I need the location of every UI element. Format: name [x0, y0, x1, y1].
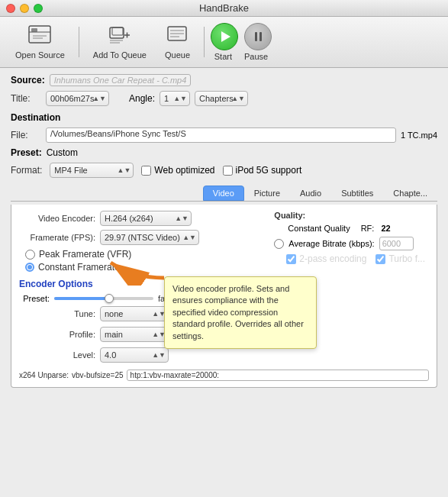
constant-framerate-active-indicator — [25, 263, 34, 272]
title-select-wrap[interactable]: 00h06m27s ▲▼ — [46, 91, 109, 106]
svg-rect-6 — [112, 27, 123, 35]
preset-slider-label: Preset: — [19, 294, 50, 303]
angle-select[interactable]: 1 — [160, 91, 190, 106]
preset-row: Preset: Custom — [11, 147, 437, 158]
quality-label: Quality: — [274, 211, 305, 220]
x264-full-value[interactable]: htp:1:vbv-maxrate=20000: — [127, 370, 429, 381]
video-encoder-row: Video Encoder: H.264 (x264) ▲▼ — [19, 211, 266, 226]
file-end: 1 TC.mp4 — [401, 131, 437, 140]
maximize-button[interactable] — [34, 4, 43, 13]
bitrate-input[interactable] — [379, 237, 414, 250]
close-button[interactable] — [6, 4, 15, 13]
window-title: HandBrake — [199, 2, 249, 14]
start-pause-group: Start Pause — [211, 23, 272, 61]
web-optimized-checkbox[interactable] — [141, 166, 151, 176]
toolbar-separator-1 — [79, 27, 79, 57]
angle-select-wrap[interactable]: 1 ▲▼ — [160, 91, 190, 106]
peak-framerate-radio[interactable] — [25, 250, 35, 260]
add-to-queue-button[interactable]: Add To Queue — [85, 21, 154, 63]
quality-header-row: Quality: — [274, 211, 429, 220]
source-row: Source: Inhumans One Car Repeat - C.mp4 — [11, 74, 437, 86]
start-pause-labels: Start Pause — [214, 52, 268, 61]
queue-icon — [166, 24, 188, 49]
window-controls[interactable] — [6, 4, 43, 13]
start-button[interactable] — [211, 23, 238, 50]
file-path-input[interactable]: /Volumes/Beans/iPhone Sync Test/S — [46, 127, 396, 143]
constant-quality-label: Constant Quality — [288, 224, 350, 233]
tune-select[interactable]: none — [100, 306, 169, 321]
tab-picture[interactable]: Picture — [244, 186, 290, 201]
pause-label: Pause — [244, 52, 268, 61]
ipod-support-label: iPod 5G support — [236, 165, 302, 176]
profile-select-wrap[interactable]: main ▲▼ — [100, 327, 169, 342]
tab-audio[interactable]: Audio — [290, 186, 331, 201]
tab-subtitles[interactable]: Subtitles — [331, 186, 383, 201]
minimize-button[interactable] — [20, 4, 29, 13]
chapters-select-wrap[interactable]: Chapters ▲▼ — [195, 91, 248, 106]
video-encoder-label: Video Encoder: — [19, 214, 95, 223]
main-content: Source: Inhumans One Car Repeat - C.mp4 … — [0, 68, 448, 394]
web-optimized-label: Web optimized — [154, 165, 214, 176]
turbo-checkbox[interactable] — [375, 254, 385, 264]
slider-fill — [54, 297, 109, 300]
open-source-button[interactable]: Open Source — [8, 21, 73, 63]
format-select-wrap[interactable]: MP4 File MKV File ▲▼ — [50, 163, 134, 178]
level-select-wrap[interactable]: 4.0 ▲▼ — [100, 347, 169, 363]
level-select[interactable]: 4.0 — [100, 347, 169, 363]
average-bitrate-row: Average Bitrate (kbps): — [274, 237, 429, 250]
pause-icon — [255, 32, 262, 41]
format-label: Format: — [11, 165, 42, 176]
format-row: Format: MP4 File MKV File ▲▼ Web optimiz… — [11, 163, 437, 178]
ipod-support-checkbox-item[interactable]: iPod 5G support — [223, 165, 302, 176]
two-pass-checkbox-item[interactable]: 2-pass encoding — [286, 253, 366, 264]
tab-video[interactable]: Video — [203, 186, 244, 201]
source-value: Inhumans One Car Repeat - C.mp4 — [50, 74, 192, 86]
rf-value: 22 — [381, 224, 390, 233]
tooltip-box: Video encoder profile. Sets and ensures … — [164, 276, 317, 349]
profile-label: Profile: — [19, 330, 95, 339]
profile-select[interactable]: main — [100, 327, 169, 342]
x264-unparse-row: x264 Unparse: vbv-bufsize=25 htp:1:vbv-m… — [19, 370, 429, 381]
title-select[interactable]: 00h06m27s — [46, 91, 109, 106]
preset-slider-track[interactable] — [54, 297, 153, 300]
constant-quality-radio[interactable] — [274, 224, 283, 233]
x264-value: vbv-bufsize=25 — [72, 371, 124, 379]
rf-label: RF: — [361, 224, 375, 233]
file-label: File: — [11, 130, 41, 140]
pause-button[interactable] — [244, 23, 272, 50]
file-row: File: /Volumes/Beans/iPhone Sync Test/S … — [11, 127, 437, 143]
slider-thumb[interactable] — [105, 294, 114, 303]
format-select[interactable]: MP4 File MKV File — [50, 163, 134, 178]
toolbar-separator-2 — [204, 27, 205, 57]
web-optimized-checkbox-item[interactable]: Web optimized — [141, 165, 214, 176]
ipod-support-checkbox[interactable] — [223, 166, 233, 176]
constant-quality-row: Constant Quality RF: 22 — [274, 224, 429, 233]
video-encoder-select[interactable]: H.264 (x264) — [100, 211, 192, 226]
title-label: Title: — [11, 93, 41, 104]
svg-rect-1 — [31, 28, 37, 32]
two-pass-checkbox[interactable] — [286, 254, 296, 264]
tune-label: Tune: — [19, 309, 95, 318]
encoding-options-row: 2-pass encoding Turbo f... — [286, 253, 429, 264]
preset-value: Custom — [47, 147, 78, 158]
chapters-select[interactable]: Chapters — [195, 91, 248, 106]
framerate-label: Framerate (FPS): — [19, 233, 95, 242]
video-encoder-select-wrap[interactable]: H.264 (x264) ▲▼ — [100, 211, 192, 226]
angle-label: Angle: — [129, 93, 155, 104]
average-bitrate-radio[interactable] — [274, 239, 284, 249]
tune-select-wrap[interactable]: none ▲▼ — [100, 306, 169, 321]
title-row: Title: 00h06m27s ▲▼ Angle: 1 ▲▼ Chapters… — [11, 91, 437, 106]
turbo-label: Turbo f... — [388, 253, 425, 264]
tabs-container: Video Picture Audio Subtitles Chapte... — [11, 186, 437, 202]
queue-button[interactable]: Queue — [157, 21, 198, 63]
video-panel: Video Encoder: H.264 (x264) ▲▼ Framerate… — [11, 205, 437, 388]
toolbar: Open Source Add To Queue Queue — [0, 17, 448, 68]
queue-label: Queue — [165, 50, 190, 60]
destination-section-title: Destination — [11, 112, 437, 123]
average-bitrate-label: Average Bitrate (kbps): — [288, 239, 374, 248]
add-to-queue-icon — [108, 24, 132, 49]
turbo-checkbox-item[interactable]: Turbo f... — [375, 253, 425, 264]
open-source-label: Open Source — [15, 50, 65, 60]
tab-chapters[interactable]: Chapte... — [383, 186, 437, 201]
two-pass-label: 2-pass encoding — [299, 253, 366, 264]
